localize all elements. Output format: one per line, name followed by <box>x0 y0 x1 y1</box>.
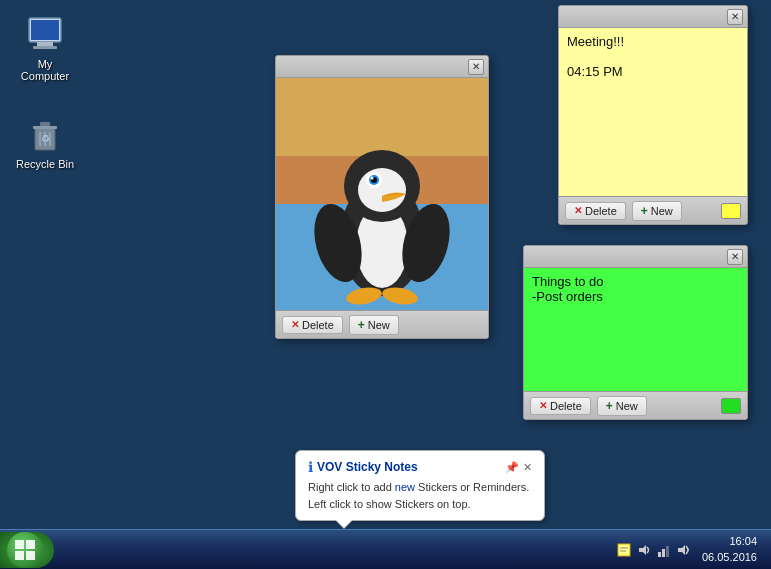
yellow-note-content: Meeting!!! 04:15 PM <box>559 28 747 196</box>
svg-point-17 <box>358 168 406 212</box>
svg-rect-26 <box>15 540 24 549</box>
network-icon[interactable] <box>656 542 672 558</box>
yellow-note-new-button[interactable]: + New <box>632 201 682 221</box>
notification-balloon: ℹ VOV Sticky Notes 📌 ✕ Right click to ad… <box>295 450 545 521</box>
balloon-title: VOV Sticky Notes <box>317 460 501 474</box>
yellow-color-swatch[interactable] <box>721 203 741 219</box>
image-footer: ✕ Delete + New <box>276 310 488 338</box>
green-note-delete-button[interactable]: ✕ Delete <box>530 397 591 415</box>
svg-point-21 <box>371 177 374 180</box>
yellow-new-icon: + <box>641 204 648 218</box>
speaker-icon[interactable] <box>676 542 692 558</box>
green-note-content: Things to do -Post orders <box>524 268 747 391</box>
svg-rect-34 <box>658 552 661 557</box>
yellow-delete-icon: ✕ <box>574 205 582 216</box>
green-color-swatch[interactable] <box>721 398 741 414</box>
penguin-image <box>276 78 488 310</box>
yellow-note-close-button[interactable]: ✕ <box>727 9 743 25</box>
yellow-note-delete-button[interactable]: ✕ Delete <box>565 202 626 220</box>
yellow-note-footer: ✕ Delete + New <box>559 196 747 224</box>
image-new-button[interactable]: + New <box>349 315 399 335</box>
volume-icon[interactable] <box>636 542 652 558</box>
svg-rect-28 <box>15 551 24 560</box>
yellow-new-label: New <box>651 205 673 217</box>
sticky-tray-graphic <box>616 542 632 558</box>
image-titlebar[interactable]: ✕ <box>276 56 488 78</box>
image-close-button[interactable]: ✕ <box>468 59 484 75</box>
svg-rect-30 <box>618 544 630 556</box>
image-delete-button[interactable]: ✕ Delete <box>282 316 343 334</box>
svg-rect-2 <box>37 42 53 46</box>
speaker-graphic <box>676 542 692 558</box>
balloon-header: ℹ VOV Sticky Notes 📌 ✕ <box>308 459 532 475</box>
info-icon: ℹ <box>308 459 313 475</box>
network-graphic <box>656 542 672 558</box>
start-button[interactable] <box>0 532 54 568</box>
green-new-icon: + <box>606 399 613 413</box>
svg-marker-37 <box>678 545 685 555</box>
my-computer-icon[interactable]: My Computer <box>10 10 80 86</box>
taskbar: 16:04 06.05.2016 <box>0 529 771 569</box>
green-note-close-button[interactable]: ✕ <box>727 249 743 265</box>
green-note-titlebar[interactable]: ✕ <box>524 246 747 268</box>
green-new-label: New <box>616 400 638 412</box>
image-window: ✕ <box>275 55 489 339</box>
my-computer-label: My Computer <box>14 58 76 82</box>
new-plus-icon: + <box>358 318 365 332</box>
balloon-pin-button[interactable]: 📌 <box>505 461 519 474</box>
yellow-delete-label: Delete <box>585 205 617 217</box>
svg-rect-36 <box>666 546 669 557</box>
svg-rect-29 <box>26 551 35 560</box>
svg-rect-6 <box>40 122 50 126</box>
svg-rect-3 <box>33 46 57 49</box>
green-sticky-note: ✕ Things to do -Post orders ✕ Delete + N… <box>523 245 748 420</box>
balloon-body: Right click to add new Stickers or Remin… <box>308 479 532 512</box>
recycle-bin-icon[interactable]: ♻ Recycle Bin <box>10 110 80 174</box>
svg-marker-33 <box>639 545 646 555</box>
system-tray: 16:04 06.05.2016 <box>608 530 771 569</box>
recycle-bin-graphic: ♻ <box>25 114 65 154</box>
svg-rect-1 <box>31 20 59 40</box>
svg-rect-27 <box>26 540 35 549</box>
green-delete-label: Delete <box>550 400 582 412</box>
clock-time: 16:04 <box>729 534 757 549</box>
image-new-label: New <box>368 319 390 331</box>
green-note-footer: ✕ Delete + New <box>524 391 747 419</box>
clock-date: 06.05.2016 <box>702 550 757 565</box>
volume-graphic <box>636 542 652 558</box>
start-orb <box>7 532 43 568</box>
image-delete-label: Delete <box>302 319 334 331</box>
sticky-notes-tray-icon[interactable] <box>616 542 632 558</box>
yellow-note-titlebar[interactable]: ✕ <box>559 6 747 28</box>
delete-x-icon: ✕ <box>291 319 299 330</box>
windows-logo-icon <box>13 538 37 562</box>
svg-rect-5 <box>33 126 57 129</box>
balloon-close-button[interactable]: ✕ <box>523 461 532 474</box>
svg-rect-11 <box>276 78 488 156</box>
my-computer-graphic <box>25 14 65 54</box>
recycle-bin-label: Recycle Bin <box>16 158 74 170</box>
green-delete-icon: ✕ <box>539 400 547 411</box>
clock[interactable]: 16:04 06.05.2016 <box>696 534 763 565</box>
svg-text:♻: ♻ <box>41 133 50 144</box>
balloon-line2: Left click to show Stickers on top. <box>308 498 471 510</box>
svg-rect-35 <box>662 549 665 557</box>
balloon-line1: Right click to add new Stickers or Remin… <box>308 481 529 493</box>
green-note-new-button[interactable]: + New <box>597 396 647 416</box>
balloon-new-link[interactable]: new <box>395 481 415 493</box>
yellow-sticky-note: ✕ Meeting!!! 04:15 PM ✕ Delete + New <box>558 5 748 225</box>
